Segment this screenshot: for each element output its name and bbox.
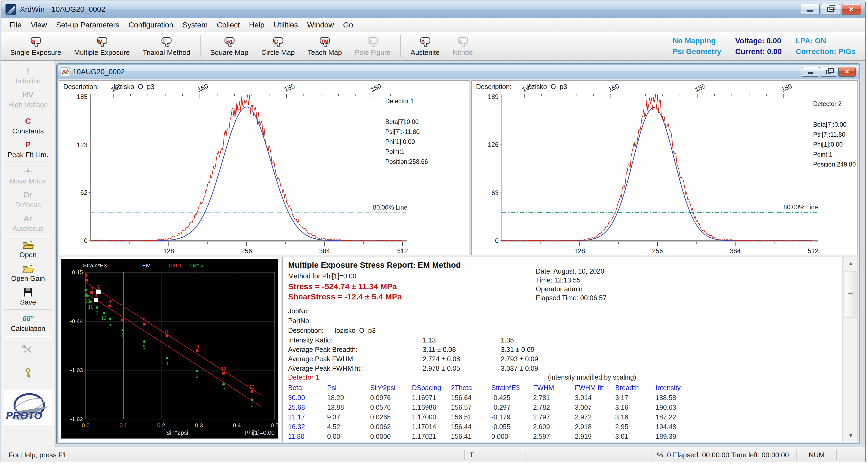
scroll-up-icon[interactable]: ▲ [844,257,858,270]
table-header: Psi [327,384,370,392]
toolbar-status: No Mapping Voltage: 0.00 LPA: ON Psi Geo… [673,37,856,56]
sidebar-item-save[interactable]: Save [1,284,55,308]
detector1-info: Detector 1 Beta[7]:0.00 Psi[7]:-11.80 Ph… [385,96,428,167]
table-cell: 18.20 [327,394,370,402]
toolbar-label: Pole Figure [355,48,391,57]
table-cell: 156.51 [451,413,491,421]
table-cell: 2.919 [575,433,615,440]
svg-text:256: 256 [241,247,252,254]
table-cell: 194.48 [656,423,840,431]
description-value: lozisko_O_p3 [114,83,154,90]
window-title: XrdWin - 10AUG20_0002 [20,5,105,14]
toolbar-button-circle-map[interactable]: CCircle Map [255,33,301,60]
menu-item-configuration[interactable]: Configuration [124,18,178,32]
doc-minimize-icon [808,72,813,74]
nitride-icon: N [456,36,469,48]
svg-text:150: 150 [370,82,382,93]
menu-item-collect[interactable]: Collect [212,18,244,32]
circle-map-icon: C [272,36,285,48]
table-cell: 187.22 [656,413,840,421]
table-cell: 16.32 [288,423,327,431]
svg-text:384: 384 [319,247,330,254]
sidebar-item-open[interactable]: Open [1,237,55,261]
sidebar-separator [4,162,52,163]
table-cell: 156.44 [451,423,491,431]
toolbar-button-teach-map[interactable]: TMTeach Map [301,33,348,60]
menu-item-window[interactable]: Window [303,18,339,32]
square-map-icon: Sq [223,36,236,48]
table-cell: 0.0976 [370,394,412,402]
sidebar-item-label: Save [20,298,36,306]
table-header: Strain*E3 [491,384,533,392]
detector2-chart: Description:lozisko_O_p3 063126189128256… [471,80,858,255]
detector1-chart: Description:lozisko_O_p3 062123185128256… [59,80,470,255]
toolbar-button-single-exposure[interactable]: SSingle Exposure [4,33,68,60]
report-peak-fwhm-fit: Average Peak FWHM fit:2.978 ± 0.053.037 … [288,365,538,374]
toolbar-button-triaxial-method[interactable]: TTriaxial Method [136,33,197,60]
toolbar-button-square-map[interactable]: SqSquare Map [204,33,255,60]
menu-item-view[interactable]: View [26,18,52,32]
sidebar-item-calculation[interactable]: 66°Calculation [1,311,55,335]
toolbar-button-nitride: NNitride [446,33,479,60]
document-content: Description:lozisko_O_p3 062123185128256… [58,79,859,443]
sidebar-item-label: Open [20,251,37,259]
doc-minimize-button[interactable] [802,67,819,77]
minimize-button[interactable] [800,4,819,15]
report-scrollbar[interactable]: ▲ ▼ [844,257,858,442]
restore-button[interactable] [821,4,840,15]
document-window: 10AUG20_0002 ✕ Description:lozisko_O_p3 … [57,64,860,444]
svg-text:1: 1 [251,402,253,408]
svg-text:189: 189 [488,93,499,100]
doc-close-button[interactable]: ✕ [838,67,856,77]
menu-item-system[interactable]: System [178,18,212,32]
svg-text:P: P [369,38,372,44]
sidebar-item-open-gain[interactable]: Open Gain [1,261,55,284]
report-meta: Date: August, 10, 2020 Time: 12:13:55 Op… [536,267,607,302]
table-row: 3.99-7.810.01841.17013156.44-0.0632.3062… [288,441,840,442]
scrollbar-thumb[interactable] [845,271,857,317]
table-cell: 3.01 [615,433,656,440]
menu-item-go[interactable]: Go [338,18,358,32]
table-header: FWHM fit: [575,384,615,392]
detector2-phi: Phi[1]:0.00 [813,140,856,149]
sidebar-item-peak-fit-lim[interactable]: PPeak Fit Lim. [1,137,55,161]
key-icon [22,367,34,378]
close-icon: ✕ [848,5,854,14]
teach-map-icon: TM [318,36,331,48]
svg-text:155: 155 [694,82,707,93]
menu-item-file[interactable]: File [5,18,26,32]
toolbar-separator [400,35,401,57]
toolbar-button-austenite[interactable]: AAustenite [404,33,446,60]
svg-text:8: 8 [121,333,124,338]
menu-item-utilities[interactable]: Utilities [269,18,302,32]
report-peak-fwhm: Average Peak FWHM:2.724 ± 0.082.793 ± 0.… [288,355,538,364]
minimize-icon [807,10,813,11]
svg-text:M: M [98,38,102,44]
sidebar-item-constants[interactable]: CConstants [1,113,55,137]
sidebar-item-key[interactable] [1,361,55,385]
table-cell: 3.007 [575,404,615,411]
doc-restore-button[interactable] [820,67,837,77]
austenite-icon: A [418,36,432,48]
svg-text:2: 2 [121,313,124,318]
table-row: 25.6813.880.05761.16986156.57-0.2972.782… [288,403,840,412]
svg-text:0: 0 [495,237,499,244]
svg-text:0.1: 0.1 [120,422,127,428]
document-icon [61,67,70,76]
multiple-exposure-icon: M [96,36,108,48]
close-button[interactable]: ✕ [842,4,861,15]
open-folder-icon [22,239,34,250]
resize-grip[interactable] [836,449,865,461]
svg-text:6: 6 [108,322,111,327]
toolbar-label: Multiple Exposure [74,48,130,57]
autofocus-icon: Ar [24,213,32,224]
menu-item-set-up-parameters[interactable]: Set-up Parameters [52,18,124,32]
menu-item-help[interactable]: Help [244,18,269,32]
svg-text:160: 160 [608,82,620,93]
table-cell: 156.41 [451,433,491,440]
report-title: Multiple Exposure Stress Report: EM Meth… [288,261,461,270]
svg-text:7: 7 [97,284,100,290]
strain-plot-panel: 0.00.10.20.30.40.50.15-0.44-1.03-1.62Str… [59,257,281,442]
toolbar-button-multiple-exposure[interactable]: MMultiple Exposure [68,33,136,60]
scroll-down-icon[interactable]: ▼ [844,429,858,442]
